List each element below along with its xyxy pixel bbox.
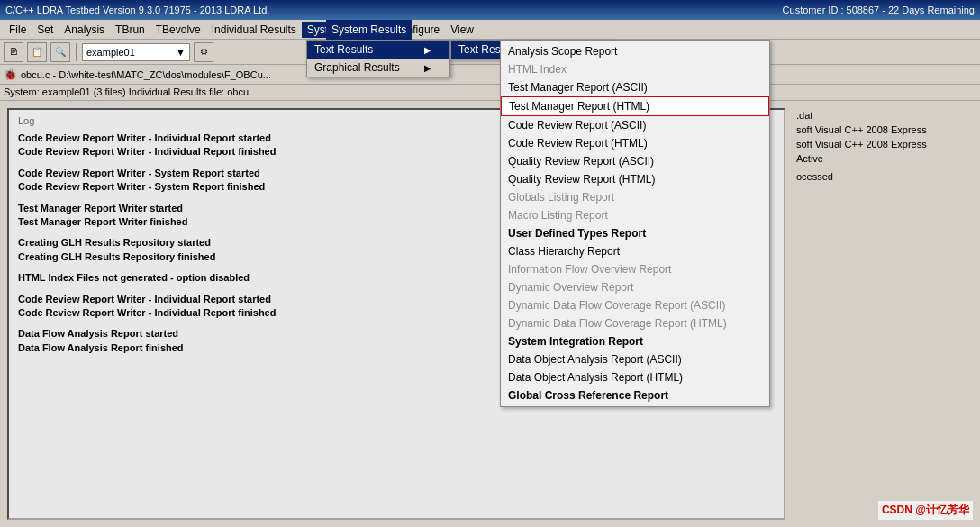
right-panel-line: soft Visual C++ 2008 Express	[793, 123, 973, 137]
submenu-item-html-index[interactable]: HTML Index	[501, 60, 769, 78]
submenu-item-label-code-review-ascii: Code Review Report (ASCII)	[508, 119, 646, 132]
submenu-item-quality-review-ascii[interactable]: Quality Review Report (ASCII)	[501, 152, 769, 170]
submenu-item-label-code-review-html: Code Review Report (HTML)	[508, 137, 648, 150]
submenu-item-label-dynamic-overview: Dynamic Overview Report	[508, 281, 633, 294]
submenu-arrow-icon: ▶	[424, 45, 431, 55]
right-panel-line: Active	[793, 151, 973, 166]
dropdown-item-label-text-results: Text Results	[314, 43, 373, 56]
project-dropdown[interactable]: example01 ▼	[82, 43, 190, 61]
toolbar-separator-1	[76, 43, 77, 61]
submenu-item-label-data-object-ascii: Data Object Analysis Report (ASCII)	[508, 353, 682, 366]
menu-item-file[interactable]: File	[4, 22, 32, 38]
menu-item-analysis[interactable]: Analysis	[59, 22, 110, 38]
menu-item-set[interactable]: Set	[32, 22, 59, 38]
right-panel-line: .dat	[793, 108, 973, 123]
submenu-item-label-test-manager-html: Test Manager Report (HTML)	[509, 100, 649, 113]
submenu-item-analysis-scope-report[interactable]: Analysis Scope Report	[501, 42, 769, 60]
submenu-item-label-data-object-html: Data Object Analysis Report (HTML)	[508, 371, 683, 384]
main-content: Log Code Review Report Writer - Individu…	[0, 101, 980, 527]
submenu-item-label-system-integration: System Integration Report	[508, 335, 643, 348]
menu-item-tbrun[interactable]: TBrun	[110, 22, 150, 38]
dropdown-item-text-results[interactable]: Text Results▶	[307, 41, 449, 59]
dropdown-item-label-graphical-results: Graphical Results	[314, 61, 400, 74]
submenu-item-test-manager-html[interactable]: Test Manager Report (HTML)	[501, 96, 769, 116]
submenu-item-info-flow-overview[interactable]: Information Flow Overview Report	[501, 260, 769, 278]
toolbar-settings-btn[interactable]: ⚙	[194, 42, 213, 62]
submenu-item-globals-listing[interactable]: Globals Listing Report	[501, 188, 769, 206]
toolbar-btn-1[interactable]: 🖹	[4, 42, 23, 62]
menu-item-view[interactable]: View	[445, 22, 479, 38]
submenu-item-data-object-ascii[interactable]: Data Object Analysis Report (ASCII)	[501, 350, 769, 368]
submenu-item-user-defined-types[interactable]: User Defined Types Report	[501, 224, 769, 242]
submenu-item-label-quality-review-ascii: Quality Review Report (ASCII)	[508, 155, 654, 168]
submenu-item-label-macro-listing: Macro Listing Report	[508, 209, 608, 222]
address-bar: 🐞 obcu.c - D:\white-test\MATC_ZC\dos\mod…	[0, 65, 980, 85]
toolbar-btn-2[interactable]: 📋	[27, 42, 47, 62]
submenu-arrow-icon: ▶	[424, 63, 431, 73]
system-results-menu-item[interactable]: System Results	[326, 20, 412, 40]
submenu-item-code-review-html[interactable]: Code Review Report (HTML)	[501, 134, 769, 152]
submenu-item-label-html-index: HTML Index	[508, 63, 567, 76]
dropdown-item-graphical-results[interactable]: Graphical Results▶	[307, 59, 449, 77]
submenu-item-label-globals-listing: Globals Listing Report	[508, 191, 614, 204]
submenu-item-label-global-cross-ref: Global Cross Reference Report	[508, 389, 668, 402]
submenu-item-test-manager-ascii[interactable]: Test Manager Report (ASCII)	[501, 78, 769, 96]
submenu-item-macro-listing[interactable]: Macro Listing Report	[501, 206, 769, 224]
system-results-label: System Results	[331, 23, 406, 36]
menu-item-individual-results[interactable]: Individual Results	[206, 22, 302, 38]
chevron-down-icon: ▼	[176, 47, 186, 58]
submenu-item-data-object-html[interactable]: Data Object Analysis Report (HTML)	[501, 368, 769, 386]
title-bar-left: C/C++ LDRA Testbed Version 9.3.0 71975 -…	[5, 5, 269, 15]
submenu-item-system-integration[interactable]: System Integration Report	[501, 332, 769, 350]
submenu-item-code-review-ascii[interactable]: Code Review Report (ASCII)	[501, 116, 769, 134]
title-bar-right: Customer ID : 508867 - 22 Days Remaining	[783, 5, 975, 15]
submenu-item-dynamic-dataflow-ascii[interactable]: Dynamic Data Flow Coverage Report (ASCII…	[501, 296, 769, 314]
right-panel-line: ocessed	[793, 169, 973, 184]
submenu-item-label-dynamic-dataflow-html: Dynamic Data Flow Coverage Report (HTML)	[508, 317, 727, 330]
watermark: CSDN @计忆芳华	[878, 501, 973, 520]
submenu-item-label-dynamic-dataflow-ascii: Dynamic Data Flow Coverage Report (ASCII…	[508, 299, 725, 312]
submenu-item-label-class-hierarchy: Class Hierarchy Report	[508, 245, 620, 258]
right-panel-line: soft Visual C++ 2008 Express	[793, 137, 973, 151]
submenu-item-label-test-manager-ascii: Test Manager Report (ASCII)	[508, 81, 648, 94]
submenu-item-global-cross-ref[interactable]: Global Cross Reference Report	[501, 386, 769, 404]
right-panel: .datsoft Visual C++ 2008 Expresssoft Vis…	[793, 108, 973, 520]
address-bar-text: obcu.c - D:\white-test\MATC_ZC\dos\modul…	[21, 69, 271, 80]
status-bar: System: example01 (3 files) Individual R…	[0, 85, 980, 101]
text-results-submenu[interactable]: Analysis Scope ReportHTML IndexTest Mana…	[500, 40, 770, 407]
submenu-item-class-hierarchy[interactable]: Class Hierarchy Report	[501, 242, 769, 260]
system-results-dropdown[interactable]: Text Results▶Graphical Results▶	[306, 40, 450, 77]
title-bar: C/C++ LDRA Testbed Version 9.3.0 71975 -…	[0, 0, 980, 20]
address-bar-icon: 🐞	[4, 68, 17, 81]
submenu-item-quality-review-html[interactable]: Quality Review Report (HTML)	[501, 170, 769, 188]
status-bar-text: System: example01 (3 files) Individual R…	[4, 86, 249, 97]
submenu-item-label-info-flow-overview: Information Flow Overview Report	[508, 263, 671, 276]
project-dropdown-value: example01	[86, 47, 135, 58]
menu-item-tbevolve[interactable]: TBevolve	[150, 22, 206, 38]
submenu-item-dynamic-dataflow-html[interactable]: Dynamic Data Flow Coverage Report (HTML)	[501, 314, 769, 332]
submenu-item-label-analysis-scope-report: Analysis Scope Report	[508, 45, 617, 58]
toolbar-btn-3[interactable]: 🔍	[50, 42, 70, 62]
submenu-item-label-user-defined-types: User Defined Types Report	[508, 227, 646, 240]
submenu-item-label-quality-review-html: Quality Review Report (HTML)	[508, 173, 655, 186]
submenu-item-dynamic-overview[interactable]: Dynamic Overview Report	[501, 278, 769, 296]
menu-bar: FileSetAnalysisTBrunTBevolveIndividual R…	[0, 20, 980, 40]
